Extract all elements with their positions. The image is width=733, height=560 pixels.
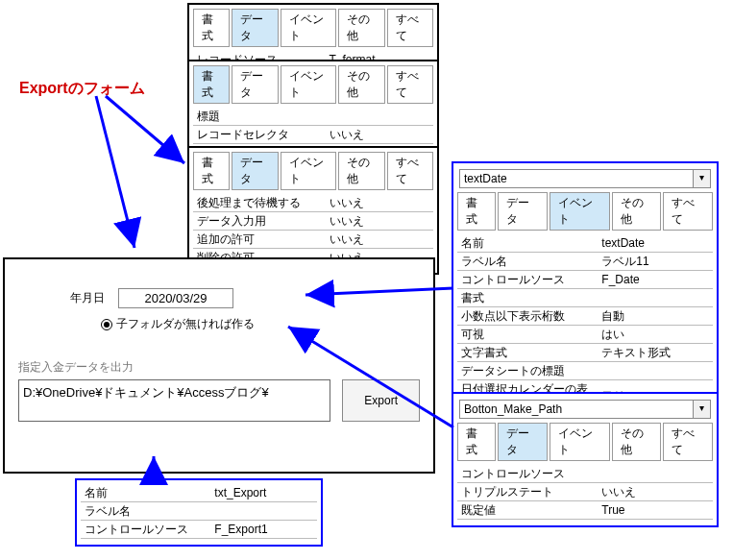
tab-all[interactable]: すべて [387, 9, 433, 47]
tab-format[interactable]: 書式 [457, 423, 496, 461]
prop-list: コントロールソース トリプルステートいいえ 既定値True [457, 465, 713, 520]
tab-event[interactable]: イベント [550, 192, 610, 231]
tab-event[interactable]: イベント [281, 152, 337, 190]
tab-format[interactable]: 書式 [193, 152, 230, 190]
tab-data[interactable]: データ [498, 192, 548, 231]
page-title: Exportのフォーム [19, 79, 145, 99]
svg-line-0 [96, 96, 134, 248]
export-path-input[interactable]: D:¥OneDrive¥ドキュメント¥Accessブログ¥ [18, 379, 330, 422]
radio-label: 子フォルダが無ければ作る [116, 316, 255, 332]
prop-panel-textdate: ▾ 書式 データ イベント その他 すべて 名前textDate ラベル名ラベル… [452, 161, 719, 422]
date-input[interactable]: 2020/03/29 [118, 288, 233, 308]
tab-other[interactable]: その他 [338, 152, 384, 190]
tab-event[interactable]: イベント [550, 423, 610, 461]
object-selector[interactable] [459, 400, 694, 419]
output-section-label: 指定入金データを出力 [18, 359, 420, 376]
dropdown-icon[interactable]: ▾ [694, 169, 711, 188]
prop-panel-form-data: 書式 データ イベント その他 すべて 後処理まで待機するいいえ データ入力用い… [187, 146, 439, 275]
tab-data[interactable]: データ [232, 65, 278, 104]
prop-list: 後処理まで待機するいいえ データ入力用いいえ 追加の許可いいえ 削除の許可いいえ [193, 194, 433, 267]
export-button[interactable]: Export [342, 379, 420, 422]
tab-format[interactable]: 書式 [457, 192, 496, 231]
export-form: 年月日 2020/03/29 子フォルダが無ければ作る 指定入金データを出力 D… [3, 257, 435, 474]
tab-format[interactable]: 書式 [193, 65, 230, 104]
tab-all[interactable]: すべて [387, 152, 433, 190]
date-label: 年月日 [70, 290, 105, 306]
prop-list: 名前textDate ラベル名ラベル11 コントロールソースF_Date 書式 … [457, 234, 713, 414]
tab-all[interactable]: すべて [387, 65, 433, 104]
prop-panel-button-make-path: ▾ 書式 データ イベント その他 すべて コントロールソース トリプルステート… [452, 392, 719, 527]
tab-all[interactable]: すべて [663, 423, 713, 461]
prop-panel-txt-export: 名前txt_Export ラベル名 コントロールソースF_Export1 [75, 478, 323, 547]
tab-other[interactable]: その他 [612, 192, 662, 231]
tab-other[interactable]: その他 [338, 65, 384, 104]
dropdown-icon[interactable]: ▾ [694, 400, 711, 419]
prop-list: 名前txt_Export ラベル名 コントロールソースF_Export1 [81, 484, 317, 539]
tab-data[interactable]: データ [232, 9, 278, 47]
tab-data[interactable]: データ [498, 423, 548, 461]
object-selector[interactable] [459, 169, 694, 188]
tab-format[interactable]: 書式 [193, 9, 230, 47]
tab-all[interactable]: すべて [663, 192, 713, 231]
tab-other[interactable]: その他 [612, 423, 662, 461]
tab-data[interactable]: データ [232, 152, 278, 190]
tab-event[interactable]: イベント [281, 65, 337, 104]
radio-make-subfolder[interactable] [101, 319, 112, 330]
tab-other[interactable]: その他 [338, 9, 384, 47]
tab-event[interactable]: イベント [281, 9, 337, 47]
svg-line-1 [106, 96, 184, 163]
